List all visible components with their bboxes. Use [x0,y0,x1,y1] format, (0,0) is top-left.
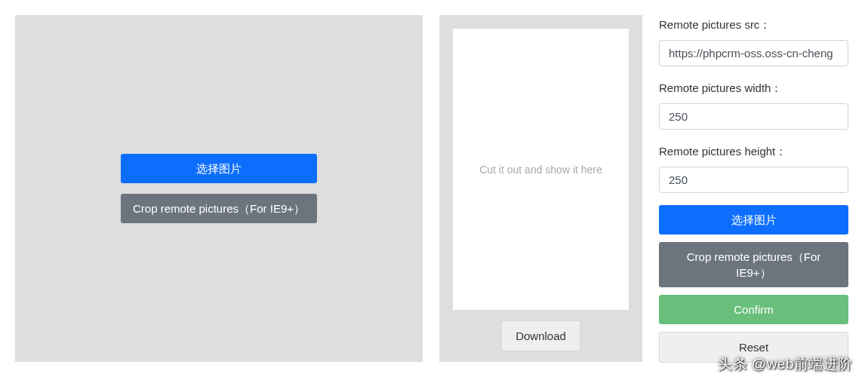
form-panel: Remote pictures src： Remote pictures wid… [659,15,853,362]
height-input[interactable] [659,167,848,193]
left-panel: 选择图片 Crop remote pictures（For IE9+） [15,15,423,362]
choose-image-button-right[interactable]: 选择图片 [659,205,848,234]
reset-button[interactable]: Reset [659,332,848,363]
src-input[interactable] [659,40,848,66]
src-label: Remote pictures src： [659,18,848,32]
width-input[interactable] [659,103,848,130]
preview-panel: Cut it out and show it here Download [439,15,642,362]
confirm-button[interactable]: Confirm [659,295,848,324]
height-label: Remote pictures height： [659,145,848,159]
download-button[interactable]: Download [501,320,580,351]
crop-remote-button-right[interactable]: Crop remote pictures（For IE9+） [659,242,848,287]
choose-image-button[interactable]: 选择图片 [121,154,317,183]
width-label: Remote pictures width： [659,81,848,96]
preview-placeholder-text: Cut it out and show it here [479,164,602,176]
preview-box: Cut it out and show it here [453,29,629,310]
crop-remote-button[interactable]: Crop remote pictures（For IE9+） [121,194,317,223]
